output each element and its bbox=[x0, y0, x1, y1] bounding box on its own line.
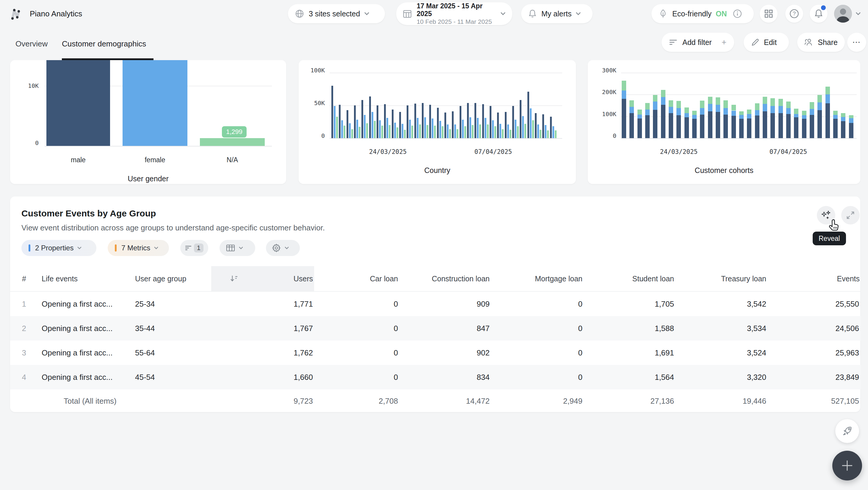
column-header-mortgage-loan[interactable]: Mortgage loan bbox=[491, 266, 584, 291]
cell-events: 25,550 bbox=[768, 292, 861, 316]
bar-series-blue bbox=[492, 120, 494, 138]
column-header-index[interactable]: # bbox=[10, 266, 32, 291]
column-header-users-sorted[interactable]: Users bbox=[211, 266, 314, 291]
gridline-300K bbox=[621, 73, 857, 73]
expand-button[interactable] bbox=[841, 206, 860, 225]
bar-series-green bbox=[457, 129, 458, 138]
stack-segment-series-green bbox=[763, 97, 767, 104]
table-row[interactable]: 2Opening a first acc...35-441,767084701,… bbox=[10, 316, 861, 341]
stack-segment-series-blue bbox=[747, 114, 751, 118]
stack-segment-series-blue bbox=[849, 118, 854, 123]
table-row[interactable]: 3Opening a first acc...55-641,762090201,… bbox=[10, 341, 861, 365]
stack-segment-series-navy bbox=[684, 117, 689, 138]
avatar[interactable] bbox=[834, 5, 852, 23]
column-header-user-age-group[interactable]: User age group bbox=[125, 266, 211, 291]
stack-segment-series-navy bbox=[755, 116, 760, 138]
settings-chip[interactable] bbox=[266, 240, 300, 256]
cell-student-loan: 1,564 bbox=[584, 365, 675, 390]
sites-selector[interactable]: 3 sites selected bbox=[288, 4, 385, 23]
table-row[interactable]: 4Opening a first acc...45-541,660083401,… bbox=[10, 365, 861, 390]
properties-chip[interactable]: 2 Properties bbox=[22, 240, 96, 256]
stack-segment-series-blue bbox=[786, 108, 790, 114]
account-chevron-down-icon[interactable] bbox=[856, 12, 861, 16]
column-header-treasury-loan[interactable]: Treasury loan bbox=[675, 266, 768, 291]
cell-events: 23,849 bbox=[768, 365, 861, 390]
table-icon bbox=[226, 244, 235, 252]
column-header-construction-loan[interactable]: Construction loan bbox=[399, 266, 491, 291]
cell-treasury-loan: 3,320 bbox=[675, 365, 768, 390]
more-options-button[interactable]: ⋯ bbox=[847, 33, 866, 52]
x-axis-line bbox=[44, 146, 272, 146]
panel-subtitle: View event distribution across age group… bbox=[22, 223, 325, 232]
chart-card-country: 050K100K24/03/202507/04/2025Country bbox=[299, 60, 576, 184]
y-axis-tick-label: 100K bbox=[593, 111, 616, 117]
filter-count-chip[interactable]: 1 bbox=[180, 240, 208, 256]
edit-button[interactable]: Edit bbox=[744, 33, 789, 52]
bar-series-blue bbox=[372, 112, 373, 138]
expand-arrows-icon bbox=[846, 211, 855, 220]
table-row[interactable]: 1Opening a first acc...25-341,771090901,… bbox=[10, 292, 861, 316]
rocket-button[interactable] bbox=[835, 419, 859, 443]
bar-series-navy bbox=[542, 114, 544, 138]
y-axis-tick-label: 300K bbox=[593, 67, 616, 73]
row-number: 4 bbox=[10, 365, 32, 390]
bar-series-navy bbox=[527, 92, 529, 138]
column-header-student-loan[interactable]: Student loan bbox=[584, 266, 675, 291]
metrics-chip[interactable]: 7 Metrics bbox=[108, 240, 169, 256]
cell-construction-loan: 902 bbox=[399, 341, 491, 365]
stack-segment-series-navy bbox=[708, 111, 712, 138]
column-header-car-loan[interactable]: Car loan bbox=[314, 266, 399, 291]
tab-overview[interactable]: Overview bbox=[16, 39, 48, 49]
filter-icon bbox=[669, 39, 677, 46]
chart-title-user-gender: User gender bbox=[89, 174, 208, 183]
app-logo[interactable]: Piano Analytics bbox=[9, 5, 82, 22]
bar-series-navy bbox=[331, 86, 333, 138]
bar-series-green bbox=[539, 130, 541, 138]
column-header-events[interactable]: Events bbox=[768, 266, 861, 291]
stack-segment-series-green bbox=[826, 87, 830, 94]
stack-segment-series-blue bbox=[638, 115, 642, 118]
y-axis-tick-label: 0 bbox=[301, 133, 325, 139]
info-icon[interactable] bbox=[733, 9, 742, 18]
globe-icon bbox=[295, 9, 304, 18]
add-button[interactable] bbox=[832, 451, 862, 481]
bar-series-navy bbox=[474, 103, 476, 138]
stack-segment-series-green bbox=[770, 98, 775, 106]
bar-series-green bbox=[449, 129, 451, 138]
share-button[interactable]: Share bbox=[797, 33, 845, 52]
stack-segment-series-navy bbox=[622, 99, 626, 138]
cell-mortgage-loan: 0 bbox=[491, 316, 584, 341]
bar-series-blue bbox=[424, 117, 426, 138]
bar-series-green bbox=[344, 126, 345, 138]
bar-series-green bbox=[366, 123, 368, 138]
apps-grid-button[interactable] bbox=[760, 5, 778, 23]
eco-friendly-toggle[interactable]: Eco-friendly ON bbox=[651, 4, 754, 23]
stack-segment-series-blue bbox=[669, 107, 673, 113]
add-filter-button[interactable]: Add filter + bbox=[661, 33, 734, 52]
stack-segment-series-green bbox=[849, 115, 854, 118]
chevron-down-icon bbox=[284, 247, 289, 250]
question-mark-icon: ? bbox=[789, 9, 799, 19]
stack-segment-series-green bbox=[669, 100, 673, 107]
help-button[interactable]: ? bbox=[785, 5, 803, 23]
column-header-label: Users bbox=[293, 275, 313, 283]
cell-user-age-group: 45-54 bbox=[125, 365, 211, 390]
stack-segment-series-blue bbox=[794, 114, 798, 117]
tab-customer-demographics[interactable]: Customer demographics bbox=[62, 39, 146, 49]
cell-users: 1,767 bbox=[211, 316, 314, 341]
stack-segment-series-green bbox=[661, 90, 665, 97]
leaf-icon bbox=[659, 9, 668, 19]
table-view-chip[interactable] bbox=[220, 240, 255, 256]
bar-series-green bbox=[502, 129, 504, 138]
bar-series-navy bbox=[399, 112, 401, 138]
cell-treasury-loan: 3,542 bbox=[675, 292, 768, 316]
column-header-life-events[interactable]: Life events bbox=[32, 266, 125, 291]
bar-series-navy bbox=[354, 105, 356, 138]
y-axis-tick-label: 0 bbox=[593, 133, 616, 139]
my-alerts-selector[interactable]: My alerts bbox=[521, 4, 593, 23]
total-events: 527,105 bbox=[768, 390, 861, 412]
cell-events: 25,963 bbox=[768, 341, 861, 365]
bar-series-blue bbox=[477, 118, 478, 138]
notifications-button[interactable] bbox=[810, 5, 828, 23]
date-range-selector[interactable]: 17 Mar 2025 - 15 Apr 2025 10 Feb 2025 - … bbox=[396, 2, 512, 25]
